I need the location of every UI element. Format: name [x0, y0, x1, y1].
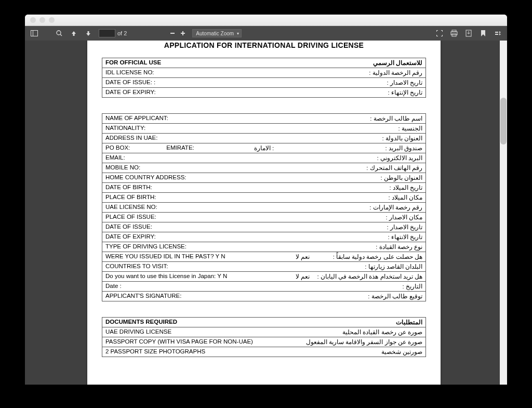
- form-row: PASSPORT COPY (WITH VISA PAGE FOR NON-UA…: [102, 337, 426, 347]
- maximize-button[interactable]: [49, 17, 55, 23]
- field-label-ar: رقم رخصة الإمارات :: [369, 204, 422, 211]
- field-label-ar: تاريخ الانتهاء :: [388, 233, 422, 241]
- field-label-ar: العنوان بالدولة :: [382, 135, 422, 142]
- svg-rect-4: [170, 33, 175, 34]
- official-use-section: FOR OFFICIAL USEللاستعمال الرسمي IDL LIC…: [102, 58, 426, 98]
- field-label-en: APPLICANT'S SIGNATURE:: [105, 293, 181, 299]
- form-row: IDL LICENSE NO:رقم الرخصة الدولية :: [102, 68, 426, 78]
- field-label-en: DATE OF ISSUE: :: [105, 79, 155, 85]
- page-number-input[interactable]: [99, 29, 115, 37]
- bookmark-icon[interactable]: [479, 29, 487, 37]
- form-row: APPLICANT'S SIGNATURE:توقيع طالب الرخصة …: [102, 292, 426, 301]
- documents-section: DOCUMENTS REQUIREDالمتطلبات UAE DRIVING …: [102, 317, 426, 357]
- page-up-icon[interactable]: [70, 29, 78, 37]
- svg-point-2: [57, 31, 61, 35]
- field-label-ar: اسم طالب الرخصة :: [370, 115, 422, 122]
- field-label-en: NATIONALITY:: [105, 125, 145, 131]
- form-row: DATE OF EXPIRY:تاريخ الإنتهاء :: [102, 88, 426, 98]
- section-header: FOR OFFICIAL USE: [105, 59, 161, 65]
- pdf-toolbar: of 2 Automatic Zoom: [25, 26, 507, 41]
- field-label-en: EMAIL:: [105, 154, 125, 161]
- field-label-en: ADDRESS IN UAE:: [105, 135, 157, 141]
- field-label-en: HOME COUNTRY ADDRESS:: [105, 174, 187, 180]
- field-label-ar: رقم الرخصة الدولية :: [369, 69, 422, 76]
- svg-line-3: [60, 34, 62, 36]
- form-row: DATE OF ISSUE:تاريخ الاصدار :: [102, 222, 426, 232]
- field-label-en: WERE YOU ISSUED IDL IN THE PAST? Y N: [105, 253, 225, 259]
- field-label-en: DATE OF EXPIRY:: [105, 89, 156, 95]
- section-header: DOCUMENTS REQUIRED: [105, 319, 177, 325]
- field-label-ar: الجنسية :: [398, 125, 422, 132]
- field-label-ar: العنوان بالوطن :: [380, 174, 422, 181]
- scroll-thumb[interactable]: [500, 98, 507, 144]
- form-row: HOME COUNTRY ADDRESS:العنوان بالوطن :: [102, 173, 426, 183]
- form-row: PO BOX:EMIRATE:الامارة :صندوق البريد :: [102, 143, 426, 153]
- field-label-ar: التاريخ :: [403, 283, 422, 290]
- field-label-en: 2 PASSPORT SIZE PHOTOGRAPHS: [105, 348, 205, 354]
- field-label-ar: تاريخ الاصدار :: [387, 79, 422, 86]
- form-row: NATIONALITY:الجنسية :: [102, 124, 426, 134]
- tools-icon[interactable]: [494, 29, 502, 37]
- field-label-en: PLACE OF ISSUE:: [105, 214, 156, 220]
- field-label-en: UAE DRIVING LICENSE: [105, 328, 171, 335]
- field-label-en: DATE OF ISSUE:: [105, 223, 152, 230]
- pdf-page: APPLICATION FOR INTERNATIONAL DRIVING LI…: [87, 41, 441, 385]
- zoom-in-icon[interactable]: [179, 29, 187, 37]
- zoom-out-icon[interactable]: [168, 29, 177, 37]
- print-icon[interactable]: [450, 29, 458, 37]
- field-label-en: IDL LICENSE NO:: [105, 69, 154, 75]
- form-row: NAME OF APPLICANT:اسم طالب الرخصة :: [102, 114, 426, 124]
- field-label-ar: مكان الاصدار :: [385, 214, 422, 221]
- field-label-en: COUNTRIES TO VISIT:: [105, 263, 168, 269]
- scrollbar[interactable]: [500, 41, 507, 385]
- field-label-en: MOBILE NO:: [105, 164, 140, 170]
- field-label-ar: صورتين شخصية: [381, 348, 422, 356]
- field-label-ar: تاريخ الاصدار :: [387, 223, 422, 231]
- section-header-ar: للاستعمال الرسمي: [373, 59, 422, 67]
- form-row: Do you want to use this License in Japan…: [102, 272, 426, 282]
- field-label-en: Do you want to use this License in Japan…: [105, 273, 227, 279]
- app-window: of 2 Automatic Zoom APPLICATION FOR INTE…: [25, 15, 507, 385]
- form-row: PLACE OF ISSUE:مكان الاصدار :: [102, 213, 426, 222]
- field-label-en: DATE OF BIRTH:: [105, 184, 152, 190]
- field-label-en: UAE LICENSE NO:: [105, 204, 157, 210]
- field-yn-ar: نعم لا: [296, 253, 310, 260]
- field-label-mid-ar: الامارة :: [254, 144, 274, 152]
- field-label-ar: هل حصلت على رخصة دولية سابقاً :: [333, 253, 422, 260]
- pdf-viewer[interactable]: APPLICATION FOR INTERNATIONAL DRIVING LI…: [25, 41, 507, 385]
- page-down-icon[interactable]: [84, 29, 92, 37]
- field-label-ar: توقيع طالب الرخصة :: [368, 293, 422, 300]
- field-label-ar: نوع رخصة القيادة :: [376, 243, 422, 251]
- field-label-en: PASSPORT COPY (WITH VISA PAGE FOR NON-UA…: [105, 338, 253, 345]
- field-label-ar: البلدان القاصد زيارتها :: [365, 263, 422, 270]
- svg-rect-6: [182, 31, 183, 35]
- form-row: DATE OF BIRTH:تاريخ الميلاد :: [102, 183, 426, 193]
- search-icon[interactable]: [55, 29, 63, 37]
- field-label-ar: صندوق البريد :: [385, 144, 422, 152]
- form-row: Date :التاريخ :: [102, 282, 426, 292]
- field-label-ar: تاريخ الإنتهاء :: [388, 89, 422, 96]
- download-icon[interactable]: [464, 29, 473, 37]
- field-label-en: NAME OF APPLICANT:: [105, 115, 168, 121]
- sidebar-toggle-icon[interactable]: [30, 29, 38, 37]
- form-row: WERE YOU ISSUED IDL IN THE PAST? Y Nنعم …: [102, 252, 426, 262]
- form-row: DATE OF EXPIRY:تاريخ الانتهاء :: [102, 232, 426, 242]
- field-label-mid: EMIRATE:: [166, 144, 194, 151]
- field-label-en: Date :: [105, 283, 122, 289]
- minimize-button[interactable]: [39, 17, 45, 23]
- field-label-ar: صورة عن جواز السفر والاقامة سارية المفعو…: [306, 338, 422, 346]
- form-row: COUNTRIES TO VISIT:البلدان القاصد زيارته…: [102, 262, 426, 272]
- form-row: UAE DRIVING LICENSEصورة عن رخصة القيادة …: [102, 327, 426, 337]
- form-row: TYPE OF DRIVING LICENSE:نوع رخصة القيادة…: [102, 242, 426, 252]
- form-row: UAE LICENSE NO:رقم رخصة الإمارات :: [102, 203, 426, 213]
- presentation-icon[interactable]: [435, 29, 444, 37]
- field-label-en: PO BOX:: [105, 144, 130, 151]
- titlebar: [25, 15, 507, 26]
- zoom-select[interactable]: Automatic Zoom: [192, 29, 242, 37]
- applicant-section: NAME OF APPLICANT:اسم طالب الرخصة :NATIO…: [102, 113, 426, 301]
- close-button[interactable]: [30, 17, 36, 23]
- field-yn-ar: نعم لا: [296, 273, 310, 280]
- field-label-ar: تاريخ الميلاد :: [389, 184, 422, 191]
- document-title: APPLICATION FOR INTERNATIONAL DRIVING LI…: [102, 41, 426, 52]
- field-label-en: TYPE OF DRIVING LICENSE:: [105, 243, 187, 249]
